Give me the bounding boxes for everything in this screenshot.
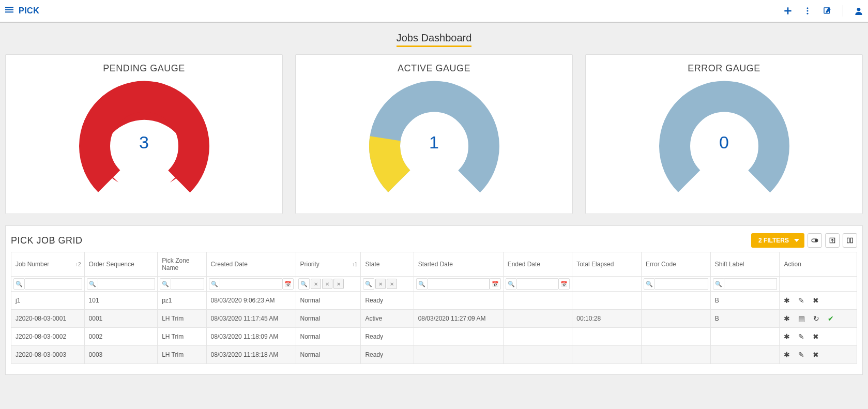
cell-priority: Normal [296, 292, 361, 310]
cell-shift-label: B [710, 310, 780, 328]
svg-rect-0 [5, 7, 13, 8]
details-icon[interactable]: ▤ [798, 314, 805, 323]
table-row[interactable]: j1101pz108/03/2020 9:06:23 AMNormalReady… [11, 292, 857, 310]
col-state[interactable]: State [361, 252, 414, 277]
cell-shift-label [710, 346, 780, 364]
filter-tag-clear[interactable]: ✕ [375, 279, 386, 289]
refresh-icon[interactable]: ↻ [813, 314, 819, 323]
filters-button[interactable]: 2 FILTERS [751, 233, 804, 248]
new-icon[interactable]: ✱ [784, 314, 790, 323]
col-total-elapsed[interactable]: Total Elapsed [572, 252, 642, 277]
cell-created-date: 08/03/2020 11:18:09 AM [206, 328, 296, 346]
user-icon[interactable] [855, 7, 863, 15]
edit-icon[interactable]: ✎ [798, 332, 804, 341]
cell-ended-date [503, 346, 572, 364]
col-error-code[interactable]: Error Code [642, 252, 711, 277]
search-icon[interactable]: 🔍 [363, 278, 374, 290]
cell-started-date: 08/03/2020 11:27:09 AM [414, 310, 503, 328]
calendar-icon[interactable]: 📅 [282, 278, 294, 290]
cell-ended-date [503, 292, 572, 310]
filter-job-number[interactable] [25, 278, 82, 290]
edit-icon[interactable]: ✎ [798, 351, 804, 359]
edit-icon[interactable]: ✎ [798, 296, 804, 305]
delete-icon[interactable]: ✖ [813, 332, 819, 341]
cell-action: ✱✎✖ [780, 346, 857, 364]
search-icon[interactable]: 🔍 [13, 278, 25, 290]
delete-icon[interactable]: ✖ [813, 351, 819, 359]
cell-state: Ready [361, 292, 414, 310]
filter-shift-label[interactable] [724, 278, 778, 290]
toggle-icon[interactable] [808, 233, 822, 248]
error-gauge-value: 0 [719, 132, 729, 153]
col-ended-date[interactable]: Ended Date [503, 252, 572, 277]
search-icon[interactable]: 🔍 [416, 278, 428, 290]
table-row[interactable]: J2020-08-03-00030003LH Trim08/03/2020 11… [11, 346, 857, 364]
edit-icon[interactable] [823, 7, 831, 15]
svg-point-9 [857, 8, 861, 11]
search-icon[interactable]: 🔍 [506, 278, 517, 290]
col-pick-zone[interactable]: Pick Zone Name [158, 252, 206, 277]
table-row[interactable]: J2020-08-03-00020002LH Trim08/03/2020 11… [11, 328, 857, 346]
add-icon[interactable] [784, 7, 792, 15]
delete-icon[interactable]: ✖ [813, 296, 819, 305]
filter-created-date[interactable] [220, 278, 282, 290]
search-icon[interactable]: 🔍 [209, 278, 220, 290]
col-created-date[interactable]: Created Date [206, 252, 296, 277]
error-gauge-title: ERROR GAUGE [591, 63, 857, 74]
filter-error-code[interactable] [655, 278, 708, 290]
search-icon[interactable]: 🔍 [644, 278, 655, 290]
pending-gauge-graphic: 3 [72, 79, 217, 203]
cell-total-elapsed [572, 292, 642, 310]
search-icon[interactable]: 🔍 [87, 278, 98, 290]
cell-state: Ready [361, 328, 414, 346]
cell-order-sequence: 0002 [84, 328, 158, 346]
cell-shift-label [710, 328, 780, 346]
svg-point-6 [806, 10, 808, 11]
cell-error-code [642, 310, 711, 328]
columns-icon[interactable] [843, 233, 857, 248]
active-gauge-value: 1 [429, 132, 439, 153]
filter-tag-clear[interactable]: ✕ [311, 279, 321, 289]
header-row: Job Number↑2 Order Sequence Pick Zone Na… [11, 252, 857, 277]
new-icon[interactable]: ✱ [784, 332, 790, 341]
cell-started-date [414, 346, 503, 364]
search-icon[interactable]: 🔍 [160, 278, 171, 290]
calendar-icon[interactable]: 📅 [490, 278, 501, 290]
col-started-date[interactable]: Started Date [414, 252, 503, 277]
cell-pick-zone: pz1 [158, 292, 206, 310]
col-order-sequence[interactable]: Order Sequence [84, 252, 158, 277]
export-icon[interactable] [825, 233, 840, 248]
col-action[interactable]: Action [780, 252, 857, 277]
filter-tag-clear[interactable]: ✕ [387, 279, 397, 289]
filter-order-sequence[interactable] [98, 278, 156, 290]
cell-total-elapsed [572, 346, 642, 364]
cell-error-code [642, 292, 711, 310]
hamburger-icon[interactable] [5, 6, 13, 17]
new-icon[interactable]: ✱ [784, 296, 790, 305]
cell-created-date: 08/03/2020 11:17:45 AM [206, 310, 296, 328]
cell-total-elapsed [572, 328, 642, 346]
col-shift-label[interactable]: Shift Label [710, 252, 780, 277]
more-icon[interactable] [803, 7, 812, 15]
check-icon[interactable]: ✔ [828, 314, 834, 323]
cell-state: Ready [361, 346, 414, 364]
app-title: PICK [19, 6, 39, 16]
table-row[interactable]: J2020-08-03-00010001LH Trim08/03/2020 11… [11, 310, 857, 328]
new-icon[interactable]: ✱ [784, 351, 790, 359]
filter-ended-date[interactable] [517, 278, 559, 290]
col-job-number[interactable]: Job Number↑2 [11, 252, 85, 277]
calendar-icon[interactable]: 📅 [558, 278, 570, 290]
svg-point-7 [806, 13, 808, 14]
search-icon[interactable]: 🔍 [713, 278, 724, 290]
cell-pick-zone: LH Trim [158, 346, 206, 364]
col-priority[interactable]: Priority↑1 [296, 252, 361, 277]
error-gauge-graphic: 0 [652, 79, 797, 203]
cell-error-code [642, 328, 711, 346]
search-icon[interactable]: 🔍 [298, 278, 310, 290]
filter-started-date[interactable] [428, 278, 490, 290]
cell-error-code [642, 346, 711, 364]
filter-tag-clear[interactable]: ✕ [322, 279, 332, 289]
filter-tag-clear[interactable]: ✕ [333, 279, 344, 289]
filter-pick-zone[interactable] [171, 278, 204, 290]
svg-rect-18 [850, 238, 852, 243]
